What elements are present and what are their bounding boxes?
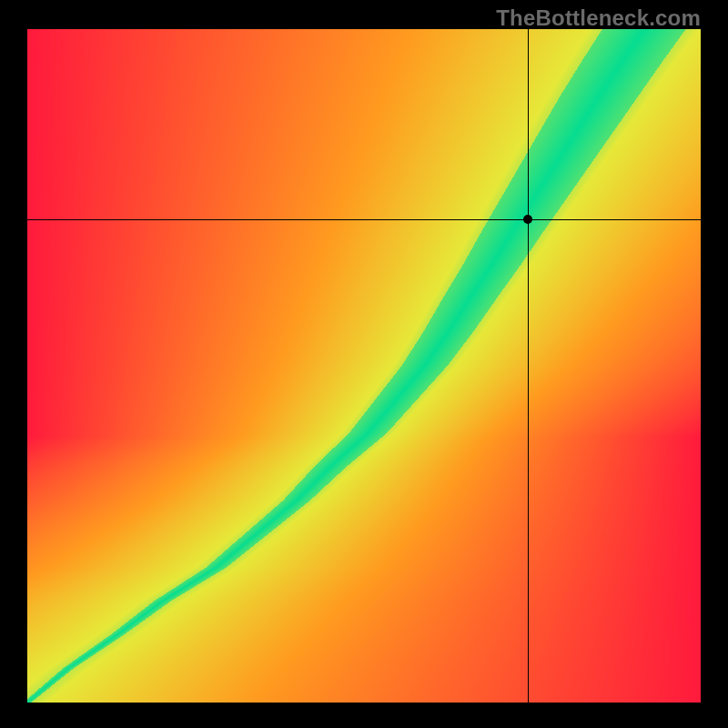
chart-frame: TheBottleneck.com xyxy=(0,0,728,728)
heatmap-canvas xyxy=(27,29,701,703)
watermark-text: TheBottleneck.com xyxy=(496,5,701,31)
heatmap-plot xyxy=(27,29,701,703)
